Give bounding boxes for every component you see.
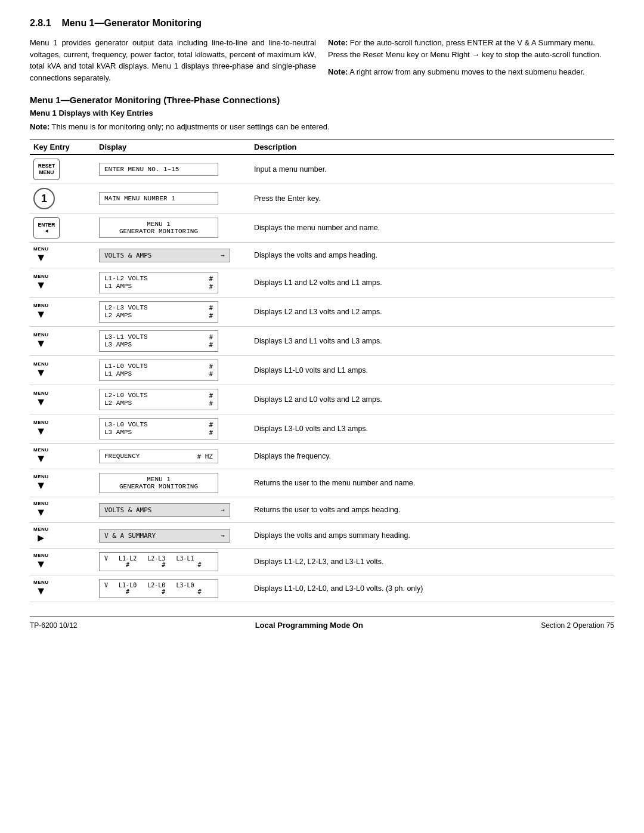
section-heading-row: 2.8.1 Menu 1—Generator Monitoring: [30, 18, 614, 29]
key-entry-cell: MENU►: [30, 523, 95, 549]
note-1: Note: For the auto-scroll function, pres…: [328, 37, 614, 60]
description-cell: Input a menu number.: [250, 154, 614, 184]
table-row: MENU▼ L1-L0 VOLTS# L1 AMPS# Displays L1-…: [30, 356, 614, 385]
note-1-label: Note:: [328, 38, 348, 47]
section-title: 2.8.1 Menu 1—Generator Monitoring: [30, 18, 614, 29]
enter-key[interactable]: ENTER◄: [33, 217, 60, 239]
display-box: L2-L0 VOLTS# L2 AMPS#: [99, 389, 218, 410]
table-row: ENTER◄MENU 1GENERATOR MONITORINGDisplays…: [30, 213, 614, 243]
menu-down-key[interactable]: MENU▼: [33, 474, 49, 492]
description-cell: Displays the frequency.: [250, 444, 614, 469]
col-header-desc: Description: [250, 140, 614, 155]
footer-center: Local Programming Mode On: [255, 621, 363, 630]
description-cell: Returns the user to the menu number and …: [250, 469, 614, 497]
table-note: Note: This menu is for monitoring only; …: [30, 121, 614, 133]
note-2-text: A right arrow from any submenu moves to …: [349, 67, 585, 76]
display-cell: MENU 1GENERATOR MONITORING: [95, 213, 250, 243]
display-box: L2-L3 VOLTS# L2 AMPS#: [99, 301, 218, 323]
display-cell: L2-L3 VOLTS# L2 AMPS#: [95, 298, 250, 327]
display-box: FREQUENCY# HZ: [99, 450, 218, 463]
section-title-text: Menu 1—Generator Monitoring: [61, 18, 202, 28]
menu-down-key[interactable]: MENU▼: [33, 580, 49, 597]
display-box: V L1-L2 L2-L3 L3-L1 # # #: [99, 552, 218, 571]
display-box: L3-L0 VOLTS# L3 AMPS#: [99, 418, 218, 439]
display-box: L1-L2 VOLTS# L1 AMPS#: [99, 272, 218, 293]
description-cell: Press the Enter key.: [250, 184, 614, 213]
key-entry-cell: MENU▼: [30, 356, 95, 385]
note-1-text: For the auto-scroll function, press ENTE…: [328, 38, 602, 59]
description-cell: Displays L2 and L0 volts and L2 amps.: [250, 385, 614, 414]
footer-right: Section 2 Operation 75: [541, 621, 614, 630]
menu-down-key[interactable]: MENU▼: [33, 274, 49, 292]
display-box: MAIN MENU NUMBER 1: [99, 192, 218, 205]
display-box: V L1-L0 L2-L0 L3-L0 # # #: [99, 579, 218, 598]
key-entry-cell: MENU▼: [30, 298, 95, 327]
display-box-shaded: V & A SUMMARY→: [99, 529, 230, 543]
display-cell: FREQUENCY# HZ: [95, 444, 250, 469]
key-entry-cell: MENU▼: [30, 497, 95, 523]
display-box: MENU 1GENERATOR MONITORING: [99, 218, 218, 238]
subheading-1: Menu 1—Generator Monitoring (Three-Phase…: [30, 95, 614, 105]
table-row: MENU▼ L2-L0 VOLTS# L2 AMPS# Displays L2 …: [30, 385, 614, 414]
display-cell: ENTER MENU NO. 1–15: [95, 154, 250, 184]
menu-down-key[interactable]: MENU▼: [33, 303, 49, 321]
table-row: MENU▼MENU 1GENERATOR MONITORINGReturns t…: [30, 469, 614, 497]
key-entry-cell: MENU▼: [30, 385, 95, 414]
intro-left-text: Menu 1 provides generator output data in…: [30, 37, 316, 84]
display-cell: L2-L0 VOLTS# L2 AMPS#: [95, 385, 250, 414]
description-cell: Displays L2 and L3 volts and L2 amps.: [250, 298, 614, 327]
display-cell: V L1-L0 L2-L0 L3-L0 # # #: [95, 575, 250, 602]
menu-down-key[interactable]: MENU▼: [33, 246, 49, 264]
display-cell: L3-L0 VOLTS# L3 AMPS#: [95, 414, 250, 444]
display-box-shaded: VOLTS & AMPS→: [99, 503, 230, 517]
menu-down-key[interactable]: MENU▼: [33, 501, 49, 519]
subheading-2: Menu 1 Displays with Key Entries: [30, 109, 614, 117]
menu-right-key[interactable]: MENU►: [33, 527, 49, 544]
display-cell: V & A SUMMARY→: [95, 523, 250, 549]
table-row: 1MAIN MENU NUMBER 1Press the Enter key.: [30, 184, 614, 213]
key-entry-cell: ENTER◄: [30, 213, 95, 243]
menu-down-key[interactable]: MENU▼: [33, 447, 49, 465]
table-row: MENU▼ L2-L3 VOLTS# L2 AMPS# Displays L2 …: [30, 298, 614, 327]
display-box: L3-L1 VOLTS# L3 AMPS#: [99, 330, 218, 352]
description-cell: Displays L1-L0, L2-L0, and L3-L0 volts. …: [250, 575, 614, 602]
display-cell: L3-L1 VOLTS# L3 AMPS#: [95, 327, 250, 356]
description-cell: Returns the user to volts and amps headi…: [250, 497, 614, 523]
table-note-label: Note:: [30, 122, 49, 131]
reset-menu-key[interactable]: RESETMENU: [33, 159, 60, 180]
menu-down-key[interactable]: MENU▼: [33, 391, 49, 408]
display-box: MENU 1GENERATOR MONITORING: [99, 473, 218, 493]
key-entry-cell: RESETMENU: [30, 154, 95, 184]
page-container: 2.8.1 Menu 1—Generator Monitoring Menu 1…: [30, 18, 614, 630]
table-row: MENU▼ FREQUENCY# HZ Displays the frequen…: [30, 444, 614, 469]
col-header-display: Display: [95, 140, 250, 155]
display-cell: V L1-L2 L2-L3 L3-L1 # # #: [95, 549, 250, 575]
intro-notes: Note: For the auto-scroll function, pres…: [328, 37, 614, 84]
menu-down-key[interactable]: MENU▼: [33, 553, 49, 571]
description-cell: Displays the volts and amps summary head…: [250, 523, 614, 549]
key-entry-cell: MENU▼: [30, 575, 95, 602]
key-entry-cell: MENU▼: [30, 444, 95, 469]
number-1-key[interactable]: 1: [33, 188, 55, 209]
description-cell: Displays the menu number and name.: [250, 213, 614, 243]
table-row: MENU▼ V L1-L2 L2-L3 L3-L1 # # # Displays…: [30, 549, 614, 575]
table-row: MENU►V & A SUMMARY→Displays the volts an…: [30, 523, 614, 549]
note-2: Note: A right arrow from any submenu mov…: [328, 66, 614, 78]
description-cell: Displays L3-L0 volts and L3 amps.: [250, 414, 614, 444]
key-entry-cell: MENU▼: [30, 469, 95, 497]
description-cell: Displays L3 and L1 volts and L3 amps.: [250, 327, 614, 356]
key-entry-cell: MENU▼: [30, 327, 95, 356]
menu-down-key[interactable]: MENU▼: [33, 420, 49, 438]
table-row: MENU▼ L3-L1 VOLTS# L3 AMPS# Displays L3 …: [30, 327, 614, 356]
menu-down-key[interactable]: MENU▼: [33, 361, 49, 379]
key-entry-cell: MENU▼: [30, 549, 95, 575]
display-cell: MAIN MENU NUMBER 1: [95, 184, 250, 213]
key-entry-cell: MENU▼: [30, 268, 95, 298]
table-row: MENU▼ V L1-L0 L2-L0 L3-L0 # # # Displays…: [30, 575, 614, 602]
display-cell: MENU 1GENERATOR MONITORING: [95, 469, 250, 497]
main-table: Key Entry Display Description RESETMENUE…: [30, 140, 614, 602]
key-entry-cell: MENU▼: [30, 414, 95, 444]
table-row: RESETMENUENTER MENU NO. 1–15Input a menu…: [30, 154, 614, 184]
display-cell: L1-L0 VOLTS# L1 AMPS#: [95, 356, 250, 385]
menu-down-key[interactable]: MENU▼: [33, 332, 49, 350]
